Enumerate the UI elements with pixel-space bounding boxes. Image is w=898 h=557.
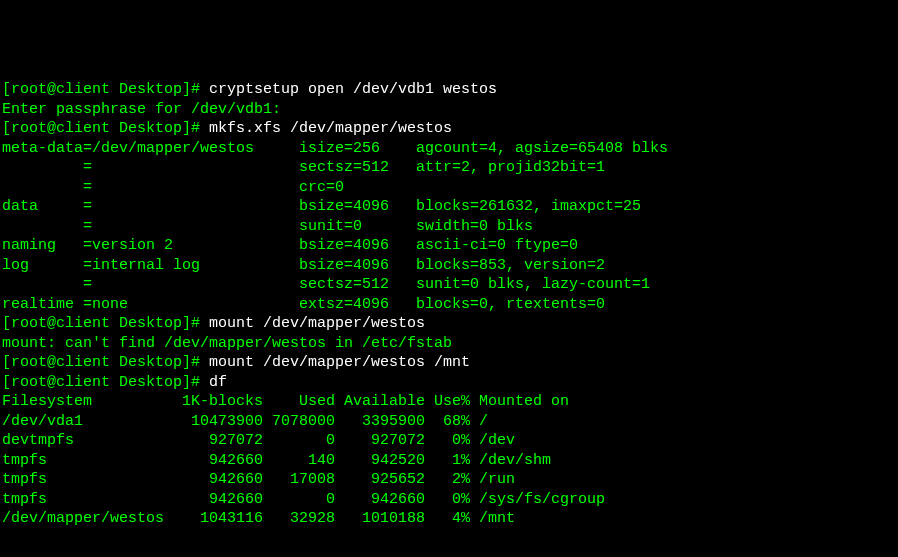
terminal-line: mount: can't find /dev/mapper/westos in … <box>2 334 896 354</box>
terminal-line: tmpfs 942660 17008 925652 2% /run <box>2 470 896 490</box>
terminal-line: tmpfs 942660 0 942660 0% /sys/fs/cgroup <box>2 490 896 510</box>
terminal-line: realtime =none extsz=4096 blocks=0, rtex… <box>2 295 896 315</box>
terminal-line: devtmpfs 927072 0 927072 0% /dev <box>2 431 896 451</box>
shell-prompt: [root@client Desktop]# <box>2 354 209 371</box>
terminal-line: tmpfs 942660 140 942520 1% /dev/shm <box>2 451 896 471</box>
terminal-line: /dev/vda1 10473900 7078000 3395900 68% / <box>2 412 896 432</box>
terminal-line: [root@client Desktop]# mount /dev/mapper… <box>2 353 896 373</box>
shell-command: cryptsetup open /dev/vdb1 westos <box>209 81 497 98</box>
terminal-line: [root@client Desktop]# df <box>2 373 896 393</box>
terminal-line: [root@client Desktop]# cryptsetup open /… <box>2 80 896 100</box>
terminal-line: Filesystem 1K-blocks Used Available Use%… <box>2 392 896 412</box>
shell-prompt: [root@client Desktop]# <box>2 120 209 137</box>
terminal-line: [root@client Desktop]# mount /dev/mapper… <box>2 314 896 334</box>
shell-command: df <box>209 374 227 391</box>
terminal-line: /dev/mapper/westos 1043116 32928 1010188… <box>2 509 896 529</box>
terminal-line: log =internal log bsize=4096 blocks=853,… <box>2 256 896 276</box>
terminal-line: [root@client Desktop]# mkfs.xfs /dev/map… <box>2 119 896 139</box>
terminal-line: = sunit=0 swidth=0 blks <box>2 217 896 237</box>
shell-command: mkfs.xfs /dev/mapper/westos <box>209 120 452 137</box>
shell-command: mount /dev/mapper/westos <box>209 315 425 332</box>
terminal-line: = sectsz=512 attr=2, projid32bit=1 <box>2 158 896 178</box>
terminal-line: meta-data=/dev/mapper/westos isize=256 a… <box>2 139 896 159</box>
shell-prompt: [root@client Desktop]# <box>2 315 209 332</box>
shell-command: mount /dev/mapper/westos /mnt <box>209 354 470 371</box>
terminal-line: = sectsz=512 sunit=0 blks, lazy-count=1 <box>2 275 896 295</box>
terminal-line: Enter passphrase for /dev/vdb1: <box>2 100 896 120</box>
terminal-output: [root@client Desktop]# cryptsetup open /… <box>2 80 896 529</box>
terminal-line: naming =version 2 bsize=4096 ascii-ci=0 … <box>2 236 896 256</box>
terminal-line: = crc=0 <box>2 178 896 198</box>
shell-prompt: [root@client Desktop]# <box>2 374 209 391</box>
shell-prompt: [root@client Desktop]# <box>2 81 209 98</box>
terminal-line: data = bsize=4096 blocks=261632, imaxpct… <box>2 197 896 217</box>
